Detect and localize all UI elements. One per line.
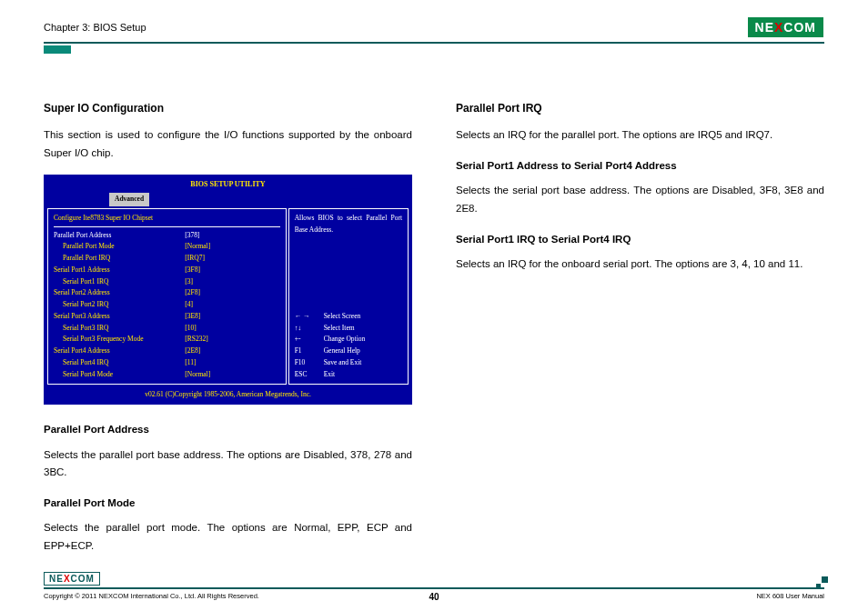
heading-ppirq: Parallel Port IRQ [456, 99, 824, 117]
bios-section-title: Configure Ite8783 Super IO Chipset [54, 213, 280, 227]
logo-box: NEXCOM [747, 16, 824, 38]
bios-setting-row: Serial Port4 Mode[Normal] [54, 369, 280, 381]
bios-help-text: Allows BIOS to select Parallel Port Base… [295, 213, 402, 236]
bios-key-legend: ← →Select Screen↑↓Select Item+-Change Op… [295, 311, 402, 381]
header-bar: Chapter 3: BIOS Setup NEXCOM [44, 16, 824, 44]
text-super-io: This section is used to configure the I/… [44, 126, 412, 162]
heading-ppm: Parallel Port Mode [44, 495, 412, 513]
bios-key-row: ← →Select Screen [295, 311, 402, 323]
bios-setting-row: Parallel Port Address[378] [54, 230, 280, 242]
bios-setting-row: Serial Port4 IRQ[11] [54, 357, 280, 369]
bios-key-row: +-Change Option [295, 334, 402, 346]
page-number: 40 [429, 592, 439, 602]
bios-key-row: F1General Help [295, 346, 402, 357]
left-column: Super IO Configuration This section is u… [44, 99, 412, 555]
bios-setting-row: Serial Port3 Address[3E8] [54, 311, 280, 323]
logo: NEXCOM [747, 16, 824, 38]
heading-sp-addr: Serial Port1 Address to Serial Port4 Add… [456, 157, 824, 175]
bios-setting-row: Serial Port3 Frequency Mode[RS232] [54, 334, 280, 346]
bios-title: BIOS SETUP UTILITY [45, 176, 410, 193]
heading-sp-irq: Serial Port1 IRQ to Serial Port4 IRQ [456, 231, 824, 249]
footer-logo: NEXCOM [44, 569, 824, 586]
right-column: Parallel Port IRQ Selects an IRQ for the… [456, 99, 824, 555]
copyright: Copyright © 2011 NEXCOM International Co… [44, 592, 259, 600]
manual-name: NEX 608 User Manual [756, 592, 824, 600]
bios-setting-row: Serial Port3 IRQ[10] [54, 323, 280, 335]
bios-tab-advanced: Advanced [109, 193, 149, 206]
bios-key-row: ↑↓Select Item [295, 323, 402, 335]
bios-setting-row: Parallel Port IRQ[IRQ7] [54, 253, 280, 265]
bios-left-panel: Configure Ite8783 Super IO Chipset Paral… [47, 208, 287, 386]
heading-ppa: Parallel Port Address [44, 421, 412, 439]
text-ppirq: Selects an IRQ for the parallel port. Th… [456, 126, 824, 145]
chapter-title: Chapter 3: BIOS Setup [44, 22, 146, 33]
bios-setting-row: Serial Port2 IRQ[4] [54, 299, 280, 311]
content: Super IO Configuration This section is u… [44, 99, 824, 555]
heading-super-io: Super IO Configuration [44, 99, 412, 117]
text-ppa: Selects the parallel port base address. … [44, 446, 412, 482]
bios-screenshot: BIOS SETUP UTILITY Advanced Configure It… [44, 175, 412, 405]
bios-body: Configure Ite8783 Super IO Chipset Paral… [45, 206, 410, 387]
bios-key-row: ESCExit [295, 369, 402, 381]
bios-key-row: F10Save and Exit [295, 357, 402, 369]
bios-right-panel: Allows BIOS to select Parallel Port Base… [288, 208, 409, 386]
text-sp-addr: Selects the serial port base address. Th… [456, 182, 824, 217]
bios-tabs: Advanced [45, 193, 410, 206]
bios-setting-row: Serial Port1 Address[3F8] [54, 265, 280, 276]
bios-setting-row: Serial Port2 Address[2F8] [54, 287, 280, 299]
bios-footer: v02.61 (C)Copyright 1985-2006, American … [45, 386, 410, 403]
text-ppm: Selects the parallel port mode. The opti… [44, 519, 412, 555]
tab-mark [44, 45, 71, 54]
text-sp-irq: Selects an IRQ for the onboard serial po… [456, 255, 824, 274]
bios-setting-row: Serial Port1 IRQ[3] [54, 276, 280, 288]
bios-setting-row: Parallel Port Mode[Normal] [54, 241, 280, 253]
bios-setting-row: Serial Port4 Address[2E8] [54, 346, 280, 357]
